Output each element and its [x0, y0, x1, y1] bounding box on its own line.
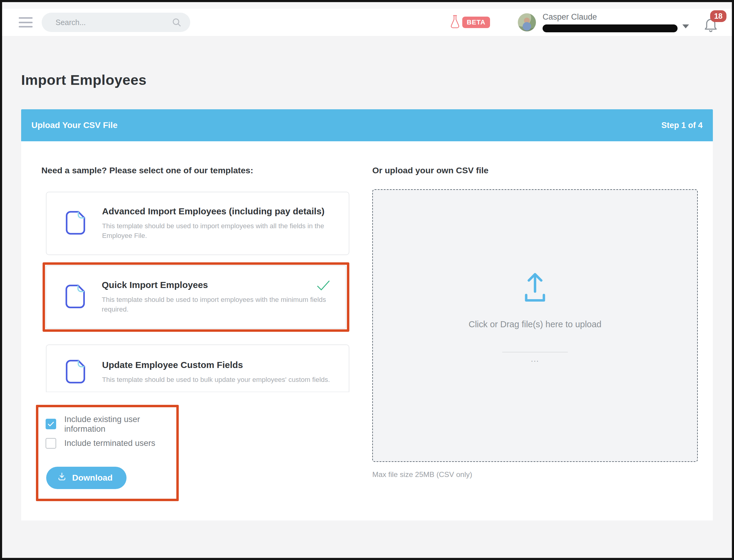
- search-input[interactable]: Search...: [42, 13, 190, 32]
- template-card-title: Update Employee Custom Fields: [102, 360, 330, 370]
- upload-heading: Or upload your own CSV file: [372, 165, 698, 175]
- main-content: Import Employees Upload Your CSV File St…: [2, 72, 732, 520]
- dropzone-content: Click or Drag file(s) here to upload ...: [469, 270, 601, 364]
- bell-icon: [703, 28, 719, 34]
- page-title: Import Employees: [21, 72, 713, 88]
- templates-column: Need a sample? Please select one of our …: [41, 165, 349, 501]
- template-card-description: This template should be used to bulk upd…: [102, 375, 330, 385]
- checkbox-include-terminated-users[interactable]: [46, 438, 56, 449]
- template-card-description: This template should be used to import e…: [102, 221, 337, 241]
- document-icon: [65, 284, 85, 310]
- user-name: Casper Claude: [543, 12, 678, 22]
- dropzone-text: Click or Drag file(s) here to upload: [469, 319, 601, 329]
- hamburger-menu-icon[interactable]: [19, 17, 33, 27]
- template-card-title: Advanced Import Employees (including pay…: [102, 206, 337, 216]
- user-menu[interactable]: Casper Claude: [543, 12, 678, 32]
- checkbox-label: Include terminated users: [64, 438, 155, 448]
- search-icon: [171, 17, 182, 29]
- wizard-title: Upload Your CSV File: [31, 120, 117, 130]
- max-file-size-note: Max file size 25MB (CSV only): [372, 470, 698, 479]
- template-card-text: Quick Import Employees This template sho…: [102, 280, 334, 314]
- template-card-title: Quick Import Employees: [102, 280, 334, 290]
- checkbox-row-terminated-users[interactable]: Include terminated users: [46, 438, 170, 449]
- notification-count-badge: 18: [710, 10, 726, 22]
- annotation-highlight-download-options: Include existing user information Includ…: [36, 405, 179, 501]
- beta-badge: BETA: [462, 17, 490, 28]
- annotation-highlight-quick-import: Quick Import Employees This template sho…: [43, 262, 349, 332]
- template-card-text: Advanced Import Employees (including pay…: [102, 206, 337, 241]
- template-card-quick-import[interactable]: Quick Import Employees This template sho…: [46, 265, 346, 329]
- top-strip: [2, 2, 732, 9]
- dropzone-divider: [502, 352, 568, 353]
- notifications-button[interactable]: 18: [703, 11, 719, 34]
- template-card-advanced-import[interactable]: Advanced Import Employees (including pay…: [46, 192, 349, 255]
- checkbox-row-existing-users[interactable]: Include existing user information: [46, 414, 170, 434]
- wizard-step-indicator: Step 1 of 4: [661, 121, 703, 130]
- download-button-label: Download: [72, 473, 113, 483]
- beta-flask-icon: [450, 14, 460, 30]
- selected-check-icon: [317, 280, 330, 293]
- redacted-user-email: [543, 24, 678, 32]
- checkbox-label: Include existing user information: [64, 414, 170, 434]
- templates-heading: Need a sample? Please select one of our …: [41, 165, 349, 175]
- document-icon: [65, 359, 86, 386]
- document-icon: [65, 210, 86, 237]
- csv-file-dropzone[interactable]: Click or Drag file(s) here to upload ...: [372, 189, 698, 462]
- upload-arrow-icon: [522, 270, 548, 305]
- download-arrow-icon: [57, 472, 67, 484]
- top-navbar: Search... BETA Casper Claude: [2, 9, 732, 36]
- wizard-panel: Need a sample? Please select one of our …: [21, 141, 713, 520]
- template-card-description: This template should be used to import e…: [102, 295, 334, 314]
- import-employees-page: Search... BETA Casper Claude: [0, 0, 734, 560]
- checkbox-include-existing-users[interactable]: [46, 419, 56, 429]
- search-placeholder: Search...: [56, 18, 86, 27]
- download-button[interactable]: Download: [46, 467, 127, 489]
- upload-column: Or upload your own CSV file Click or Dra…: [372, 165, 698, 501]
- dropzone-ellipsis: ...: [531, 354, 539, 364]
- template-card-update-custom-fields[interactable]: Update Employee Custom Fields This templ…: [46, 344, 349, 392]
- chevron-down-icon[interactable]: [682, 24, 689, 28]
- template-card-text: Update Employee Custom Fields This templ…: [102, 360, 330, 385]
- wizard-header: Upload Your CSV File Step 1 of 4: [21, 109, 713, 141]
- avatar[interactable]: [518, 13, 536, 31]
- beta-indicator: BETA: [450, 14, 490, 30]
- template-card-list: Advanced Import Employees (including pay…: [46, 192, 349, 501]
